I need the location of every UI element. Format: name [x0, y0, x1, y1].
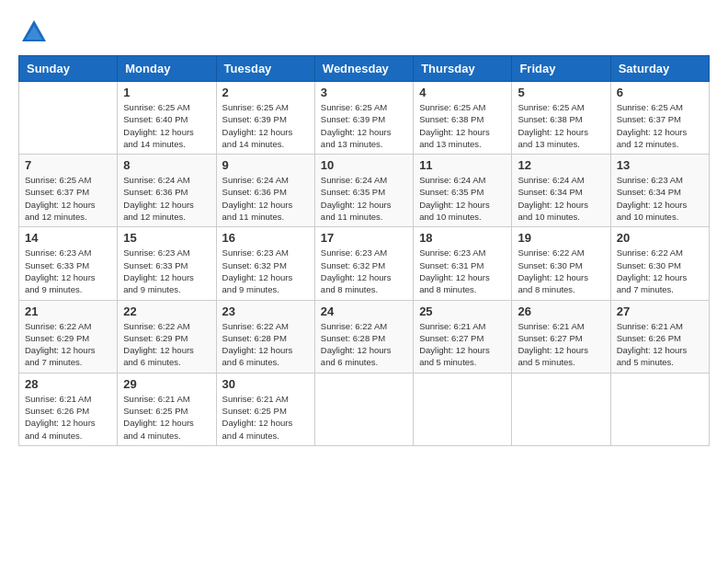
calendar-cell: 4Sunrise: 6:25 AMSunset: 6:38 PMDaylight…: [414, 82, 512, 155]
calendar-cell: 16Sunrise: 6:23 AMSunset: 6:32 PMDayligh…: [216, 227, 314, 300]
page-header: [18, 18, 710, 46]
calendar-cell: 18Sunrise: 6:23 AMSunset: 6:31 PMDayligh…: [414, 227, 512, 300]
day-info: Sunrise: 6:24 AMSunset: 6:36 PMDaylight:…: [222, 174, 309, 223]
calendar-cell: 5Sunrise: 6:25 AMSunset: 6:38 PMDaylight…: [512, 82, 610, 155]
calendar-cell: [512, 373, 610, 445]
calendar-cell: [19, 82, 118, 155]
day-info: Sunrise: 6:24 AMSunset: 6:36 PMDaylight:…: [123, 174, 210, 223]
logo: [18, 18, 48, 46]
calendar-header-monday: Monday: [118, 56, 216, 82]
calendar-cell: 1Sunrise: 6:25 AMSunset: 6:40 PMDaylight…: [118, 82, 216, 155]
day-number: 19: [518, 231, 604, 245]
day-info: Sunrise: 6:24 AMSunset: 6:34 PMDaylight:…: [518, 174, 604, 223]
day-number: 11: [419, 158, 506, 172]
calendar-cell: 22Sunrise: 6:22 AMSunset: 6:29 PMDayligh…: [118, 300, 216, 373]
calendar-cell: [610, 373, 709, 445]
day-info: Sunrise: 6:25 AMSunset: 6:38 PMDaylight:…: [518, 101, 604, 150]
day-number: 2: [222, 86, 309, 99]
day-info: Sunrise: 6:23 AMSunset: 6:32 PMDaylight:…: [222, 247, 309, 295]
day-number: 29: [123, 377, 210, 391]
day-info: Sunrise: 6:25 AMSunset: 6:37 PMDaylight:…: [25, 174, 111, 223]
day-number: 18: [419, 231, 506, 245]
day-number: 13: [617, 158, 703, 172]
day-info: Sunrise: 6:25 AMSunset: 6:39 PMDaylight:…: [321, 101, 407, 150]
day-info: Sunrise: 6:24 AMSunset: 6:35 PMDaylight:…: [321, 174, 407, 223]
day-info: Sunrise: 6:23 AMSunset: 6:33 PMDaylight:…: [123, 247, 210, 295]
day-number: 9: [222, 158, 309, 172]
calendar-header-thursday: Thursday: [414, 56, 512, 82]
day-number: 30: [222, 377, 309, 391]
logo-text: [18, 18, 48, 46]
day-info: Sunrise: 6:22 AMSunset: 6:30 PMDaylight:…: [617, 247, 703, 295]
day-info: Sunrise: 6:21 AMSunset: 6:27 PMDaylight:…: [419, 320, 506, 369]
day-number: 5: [518, 86, 604, 99]
logo-general: [18, 18, 48, 46]
calendar-cell: 9Sunrise: 6:24 AMSunset: 6:36 PMDaylight…: [216, 155, 314, 227]
calendar-week-row: 1Sunrise: 6:25 AMSunset: 6:40 PMDaylight…: [19, 82, 710, 155]
calendar-cell: 7Sunrise: 6:25 AMSunset: 6:37 PMDaylight…: [19, 155, 118, 227]
calendar-cell: 2Sunrise: 6:25 AMSunset: 6:39 PMDaylight…: [216, 82, 314, 155]
day-info: Sunrise: 6:25 AMSunset: 6:37 PMDaylight:…: [617, 101, 703, 150]
calendar-cell: 30Sunrise: 6:21 AMSunset: 6:25 PMDayligh…: [216, 373, 314, 445]
day-info: Sunrise: 6:25 AMSunset: 6:40 PMDaylight:…: [123, 101, 210, 150]
day-number: 17: [321, 231, 407, 245]
day-number: 22: [123, 304, 210, 318]
day-info: Sunrise: 6:23 AMSunset: 6:32 PMDaylight:…: [321, 247, 407, 295]
calendar-header-wednesday: Wednesday: [314, 56, 413, 82]
calendar-header-tuesday: Tuesday: [216, 56, 314, 82]
calendar-header-sunday: Sunday: [19, 56, 118, 82]
day-info: Sunrise: 6:23 AMSunset: 6:31 PMDaylight:…: [419, 247, 506, 295]
calendar-table: SundayMondayTuesdayWednesdayThursdayFrid…: [18, 55, 710, 446]
calendar-header-saturday: Saturday: [610, 56, 709, 82]
day-info: Sunrise: 6:23 AMSunset: 6:34 PMDaylight:…: [617, 174, 703, 223]
day-info: Sunrise: 6:21 AMSunset: 6:25 PMDaylight:…: [123, 393, 210, 442]
day-info: Sunrise: 6:22 AMSunset: 6:28 PMDaylight:…: [321, 320, 407, 369]
day-number: 16: [222, 231, 309, 245]
day-info: Sunrise: 6:21 AMSunset: 6:25 PMDaylight:…: [222, 393, 309, 442]
day-info: Sunrise: 6:21 AMSunset: 6:26 PMDaylight:…: [617, 320, 703, 369]
calendar-cell: [314, 373, 413, 445]
day-number: 12: [518, 158, 604, 172]
calendar-week-row: 21Sunrise: 6:22 AMSunset: 6:29 PMDayligh…: [19, 300, 710, 373]
calendar-cell: 11Sunrise: 6:24 AMSunset: 6:35 PMDayligh…: [414, 155, 512, 227]
calendar-cell: 6Sunrise: 6:25 AMSunset: 6:37 PMDaylight…: [610, 82, 709, 155]
day-info: Sunrise: 6:22 AMSunset: 6:29 PMDaylight:…: [123, 320, 210, 369]
calendar-week-row: 28Sunrise: 6:21 AMSunset: 6:26 PMDayligh…: [19, 373, 710, 445]
day-info: Sunrise: 6:25 AMSunset: 6:39 PMDaylight:…: [222, 101, 309, 150]
calendar-cell: 28Sunrise: 6:21 AMSunset: 6:26 PMDayligh…: [19, 373, 118, 445]
calendar-cell: 20Sunrise: 6:22 AMSunset: 6:30 PMDayligh…: [610, 227, 709, 300]
day-number: 28: [25, 377, 111, 391]
day-number: 1: [123, 86, 210, 99]
day-number: 24: [321, 304, 407, 318]
calendar-cell: 8Sunrise: 6:24 AMSunset: 6:36 PMDaylight…: [118, 155, 216, 227]
day-number: 23: [222, 304, 309, 318]
day-info: Sunrise: 6:22 AMSunset: 6:29 PMDaylight:…: [25, 320, 111, 369]
logo-icon: [20, 18, 48, 46]
day-number: 26: [518, 304, 604, 318]
calendar-cell: 23Sunrise: 6:22 AMSunset: 6:28 PMDayligh…: [216, 300, 314, 373]
day-number: 8: [123, 158, 210, 172]
day-number: 15: [123, 231, 210, 245]
calendar-cell: 15Sunrise: 6:23 AMSunset: 6:33 PMDayligh…: [118, 227, 216, 300]
day-number: 21: [25, 304, 111, 318]
calendar-cell: 3Sunrise: 6:25 AMSunset: 6:39 PMDaylight…: [314, 82, 413, 155]
calendar-cell: 29Sunrise: 6:21 AMSunset: 6:25 PMDayligh…: [118, 373, 216, 445]
calendar-cell: 21Sunrise: 6:22 AMSunset: 6:29 PMDayligh…: [19, 300, 118, 373]
calendar-cell: 26Sunrise: 6:21 AMSunset: 6:27 PMDayligh…: [512, 300, 610, 373]
calendar-week-row: 7Sunrise: 6:25 AMSunset: 6:37 PMDaylight…: [19, 155, 710, 227]
calendar-cell: [414, 373, 512, 445]
calendar-cell: 27Sunrise: 6:21 AMSunset: 6:26 PMDayligh…: [610, 300, 709, 373]
day-info: Sunrise: 6:21 AMSunset: 6:26 PMDaylight:…: [25, 393, 111, 442]
day-info: Sunrise: 6:23 AMSunset: 6:33 PMDaylight:…: [25, 247, 111, 295]
calendar-cell: 14Sunrise: 6:23 AMSunset: 6:33 PMDayligh…: [19, 227, 118, 300]
calendar-header-friday: Friday: [512, 56, 610, 82]
calendar-cell: 17Sunrise: 6:23 AMSunset: 6:32 PMDayligh…: [314, 227, 413, 300]
day-number: 25: [419, 304, 506, 318]
calendar-cell: 13Sunrise: 6:23 AMSunset: 6:34 PMDayligh…: [610, 155, 709, 227]
day-number: 7: [25, 158, 111, 172]
calendar-cell: 25Sunrise: 6:21 AMSunset: 6:27 PMDayligh…: [414, 300, 512, 373]
calendar-cell: 12Sunrise: 6:24 AMSunset: 6:34 PMDayligh…: [512, 155, 610, 227]
day-number: 27: [617, 304, 703, 318]
day-number: 10: [321, 158, 407, 172]
calendar-header-row: SundayMondayTuesdayWednesdayThursdayFrid…: [19, 56, 710, 82]
